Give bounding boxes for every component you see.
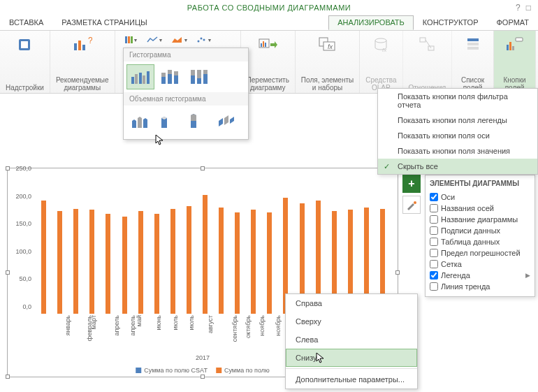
- checkbox[interactable]: [430, 238, 438, 246]
- y-tick: 200,0: [15, 193, 31, 200]
- 3d-stacked-option[interactable]: [156, 108, 184, 133]
- legend-more-options[interactable]: Дополнительные параметры...: [286, 370, 417, 389]
- ribbon-field-list[interactable]: Список полей: [452, 31, 494, 93]
- bar[interactable]: [203, 195, 208, 314]
- bar[interactable]: [106, 214, 110, 314]
- chart-legend: Сумма по полю CSAT Сумма по полю: [136, 367, 270, 374]
- bar[interactable]: [41, 201, 46, 314]
- ribbon-fields-elements[interactable]: fx Поля, элементы и наборы: [296, 31, 360, 93]
- element-option[interactable]: Линия тренда: [430, 281, 530, 292]
- bar[interactable]: [219, 208, 224, 314]
- legend-right[interactable]: Справа: [286, 294, 417, 312]
- checkbox[interactable]: [430, 282, 438, 291]
- legend-bottom[interactable]: Снизу: [286, 349, 417, 367]
- ribbon-relations[interactable]: Отношения: [403, 31, 453, 93]
- chart-type-dropdown: Гистограмма Объемная гистограмма: [123, 48, 249, 140]
- svg-point-8: [201, 38, 203, 40]
- element-option[interactable]: Предел погрешностей: [430, 247, 530, 259]
- bar[interactable]: [73, 209, 78, 314]
- bar-group: [213, 175, 229, 314]
- stacked-column-option[interactable]: [156, 64, 184, 89]
- element-option[interactable]: Таблица данных: [430, 236, 530, 247]
- chart-elements-panel: ЭЛЕМЕНТЫ ДИАГРАММЫ ОсиНазвания осейНазва…: [425, 175, 535, 297]
- bar[interactable]: [138, 211, 143, 314]
- bar[interactable]: [187, 206, 191, 314]
- x-tick-label: июль: [188, 315, 195, 331]
- bar[interactable]: [267, 212, 272, 314]
- element-label: Легенда: [441, 271, 470, 280]
- line-chart-button[interactable]: ▼: [147, 36, 163, 43]
- element-option[interactable]: Подписи данных: [430, 225, 530, 236]
- bar[interactable]: [57, 211, 62, 314]
- tab-design[interactable]: КОНСТРУКТОР: [414, 15, 488, 30]
- legend-top[interactable]: Сверху: [286, 312, 417, 331]
- checkbox[interactable]: [430, 271, 438, 280]
- checkbox[interactable]: [430, 215, 438, 224]
- x-tick-label: сентябрь: [232, 315, 239, 342]
- ribbon-olap[interactable]: fx Средства OLAP: [360, 31, 402, 93]
- bar[interactable]: [251, 210, 256, 314]
- tab-layout[interactable]: РАЗМЕТКА СТРАНИЦЫ: [52, 15, 156, 30]
- fields-label: Поля, элементы и наборы: [301, 76, 354, 92]
- element-option[interactable]: Легенда▶: [430, 270, 530, 281]
- contextual-title: РАБОТА СО СВОДНЫМИ ДИАГРАММАМИ: [187, 3, 351, 12]
- svg-rect-3: [78, 41, 81, 50]
- ribbon-tabs: ВСТАВКА РАЗМЕТКА СТРАНИЦЫ АНАЛИЗИРОВАТЬ …: [0, 15, 538, 31]
- checkbox[interactable]: [430, 249, 438, 257]
- bar[interactable]: [154, 214, 159, 314]
- checkbox[interactable]: [430, 260, 438, 268]
- 3d-column-option[interactable]: [215, 108, 242, 133]
- 3d-percent-option[interactable]: [185, 108, 213, 133]
- 3d-clustered-option[interactable]: [126, 108, 154, 133]
- element-option[interactable]: Названия осей: [430, 203, 530, 214]
- window-control-icon[interactable]: □: [526, 3, 531, 13]
- checkbox[interactable]: [430, 204, 438, 212]
- bar[interactable]: [89, 210, 94, 314]
- chart-styles-button[interactable]: [402, 196, 421, 214]
- show-axis-buttons[interactable]: Показать кнопки поля оси: [378, 128, 537, 143]
- svg-marker-6: [172, 37, 182, 43]
- svg-rect-12: [263, 41, 264, 47]
- show-value-buttons[interactable]: Показать кнопки поля значения: [378, 143, 537, 159]
- legend-left[interactable]: Слева: [286, 331, 417, 349]
- tab-insert[interactable]: ВСТАВКА: [0, 15, 52, 30]
- chart-elements-button[interactable]: +: [402, 175, 421, 193]
- chart-side-buttons: +: [402, 175, 421, 214]
- element-label: Таблица данных: [441, 238, 500, 246]
- svg-rect-27: [512, 46, 514, 50]
- element-label: Линия тренда: [441, 282, 490, 291]
- field-buttons-menu: Показать кнопки поля фильтра отчета Пока…: [377, 88, 538, 175]
- svg-rect-39: [174, 71, 178, 75]
- show-report-filter-buttons[interactable]: Показать кнопки поля фильтра отчета: [378, 89, 537, 112]
- tab-format[interactable]: ФОРМАТ: [488, 15, 539, 30]
- bar-group: [133, 175, 149, 314]
- element-option[interactable]: Оси: [430, 191, 530, 203]
- x-tick-label: июнь: [156, 315, 163, 330]
- checkbox[interactable]: [430, 226, 438, 235]
- title-bar: РАБОТА СО СВОДНЫМИ ДИАГРАММАМИ ? □: [0, 0, 538, 15]
- x-tick-label: март: [90, 315, 97, 329]
- hide-all-buttons[interactable]: ✓Скрыть все: [378, 159, 537, 174]
- show-legend-buttons[interactable]: Показать кнопки поля легенды: [378, 112, 537, 128]
- legend-item-1: Сумма по полю CSAT: [136, 367, 208, 374]
- y-tick: 150,0: [15, 220, 31, 227]
- element-option[interactable]: Сетка: [430, 259, 530, 270]
- ribbon-move-chart[interactable]: Переместить диаграмму: [241, 31, 296, 93]
- element-label: Названия осей: [441, 204, 494, 212]
- ribbon-addins[interactable]: Надстройки: [0, 31, 50, 93]
- tab-analyze[interactable]: АНАЛИЗИРОВАТЬ: [328, 15, 414, 30]
- checkbox[interactable]: [430, 193, 438, 201]
- area-chart-button[interactable]: ▼: [171, 36, 188, 43]
- x-tick-label: май: [136, 315, 143, 326]
- bar[interactable]: [235, 212, 240, 314]
- ribbon-recommended-charts[interactable]: ? Рекомендуемые диаграммы: [50, 31, 115, 93]
- ribbon-field-buttons[interactable]: Кнопки полей: [494, 31, 536, 93]
- clustered-column-option[interactable]: [126, 64, 154, 89]
- bar[interactable]: [170, 209, 175, 314]
- bar[interactable]: [122, 217, 127, 314]
- help-icon[interactable]: ?: [516, 3, 521, 13]
- column-chart-button[interactable]: ▼: [125, 36, 138, 43]
- percent-stacked-column-option[interactable]: [185, 64, 213, 89]
- scatter-chart-button[interactable]: ▼: [196, 36, 212, 43]
- element-option[interactable]: Название диаграммы: [430, 214, 530, 225]
